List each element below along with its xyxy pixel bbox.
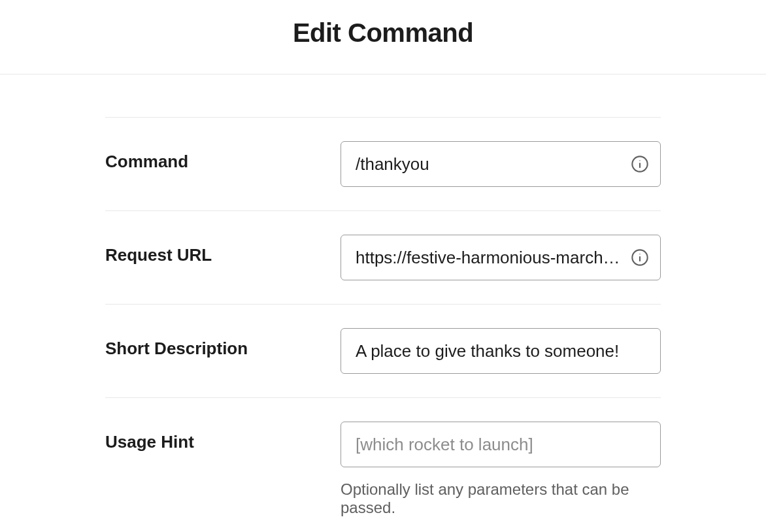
form-container: Command Request URL xyxy=(56,117,710,532)
info-icon[interactable] xyxy=(631,248,649,267)
row-request-url: Request URL xyxy=(105,211,661,305)
field-usage-hint: Optionally list any parameters that can … xyxy=(341,422,661,517)
row-usage-hint: Usage Hint Optionally list any parameter… xyxy=(105,398,661,532)
command-input[interactable] xyxy=(341,141,661,187)
usage-hint-input[interactable] xyxy=(341,422,661,467)
short-description-input[interactable] xyxy=(341,328,661,374)
field-command xyxy=(341,141,661,187)
label-usage-hint: Usage Hint xyxy=(105,422,341,452)
row-command: Command xyxy=(105,117,661,211)
input-wrapper-command xyxy=(341,141,661,187)
input-wrapper-request-url xyxy=(341,235,661,280)
input-wrapper-usage-hint xyxy=(341,422,661,467)
field-request-url xyxy=(341,235,661,280)
svg-point-5 xyxy=(639,254,640,254)
request-url-input[interactable] xyxy=(341,235,661,280)
label-short-description: Short Description xyxy=(105,328,341,359)
svg-point-2 xyxy=(639,160,640,161)
label-request-url: Request URL xyxy=(105,235,341,265)
page-title: Edit Command xyxy=(0,18,766,48)
page-header: Edit Command xyxy=(0,0,766,75)
field-short-description xyxy=(341,328,661,374)
label-command: Command xyxy=(105,141,341,172)
usage-hint-help-text: Optionally list any parameters that can … xyxy=(341,480,661,517)
info-icon[interactable] xyxy=(631,155,649,173)
input-wrapper-short-description xyxy=(341,328,661,374)
row-short-description: Short Description xyxy=(105,305,661,398)
